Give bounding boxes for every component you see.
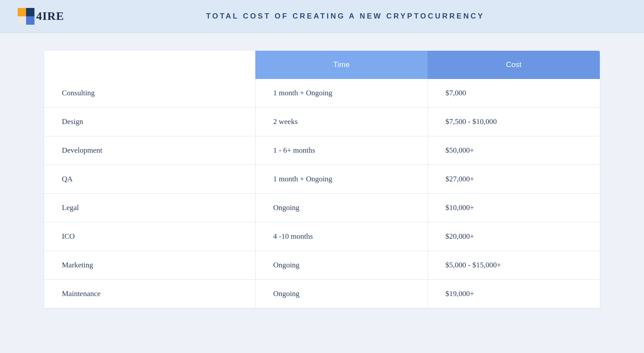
- cell-time: Ongoing: [255, 280, 428, 308]
- col-header-time: Time: [255, 51, 428, 79]
- logo: 4IRE: [18, 8, 64, 25]
- col-header-label: [44, 51, 255, 79]
- cell-time: Ongoing: [255, 194, 428, 222]
- cell-cost: $27,000+: [428, 165, 600, 194]
- cell-time: 1 month + Ongoing: [255, 79, 428, 108]
- page-header: 4IRE TOTAL COST OF CREATING A NEW CRYPTO…: [0, 0, 644, 33]
- table-row: Development1 - 6+ months$50,000+: [44, 136, 600, 165]
- table-row: MaintenanceOngoing$19,000+: [44, 280, 600, 308]
- cell-cost: $19,000+: [428, 280, 600, 308]
- cost-table: Time Cost Consulting1 month + Ongoing$7,…: [44, 51, 600, 308]
- cost-table-container: Time Cost Consulting1 month + Ongoing$7,…: [44, 51, 600, 308]
- main-content: Time Cost Consulting1 month + Ongoing$7,…: [0, 33, 644, 326]
- table-row: ICO4 -10 months$20,000+: [44, 222, 600, 251]
- cell-time: 2 weeks: [255, 108, 428, 136]
- cell-label: Development: [44, 136, 255, 165]
- cell-cost: $20,000+: [428, 222, 600, 251]
- logo-text: 4IRE: [36, 10, 64, 23]
- table-row: QA1 month + Ongoing$27,000+: [44, 165, 600, 194]
- svg-rect-1: [26, 8, 34, 16]
- cell-cost: $10,000+: [428, 194, 600, 222]
- table-header-row: Time Cost: [44, 51, 600, 79]
- svg-rect-2: [18, 16, 26, 25]
- table-row: LegalOngoing$10,000+: [44, 194, 600, 222]
- cell-time: 1 month + Ongoing: [255, 165, 428, 194]
- table-row: Consulting1 month + Ongoing$7,000: [44, 79, 600, 108]
- cell-time: 4 -10 months: [255, 222, 428, 251]
- cell-time: 1 - 6+ months: [255, 136, 428, 165]
- cell-cost: $7,500 - $10,000: [428, 108, 600, 136]
- cell-label: QA: [44, 165, 255, 194]
- logo-icon: [18, 8, 34, 25]
- cell-cost: $5,000 - $15,000+: [428, 251, 600, 280]
- cell-label: Maintenance: [44, 280, 255, 308]
- svg-rect-3: [26, 16, 34, 25]
- svg-rect-0: [18, 8, 26, 16]
- col-header-cost: Cost: [428, 51, 600, 79]
- cell-label: Design: [44, 108, 255, 136]
- cell-label: ICO: [44, 222, 255, 251]
- cell-cost: $7,000: [428, 79, 600, 108]
- cell-label: Marketing: [44, 251, 255, 280]
- cell-cost: $50,000+: [428, 136, 600, 165]
- cell-time: Ongoing: [255, 251, 428, 280]
- cell-label: Legal: [44, 194, 255, 222]
- cell-label: Consulting: [44, 79, 255, 108]
- table-row: MarketingOngoing$5,000 - $15,000+: [44, 251, 600, 280]
- table-row: Design2 weeks$7,500 - $10,000: [44, 108, 600, 136]
- page-title: TOTAL COST OF CREATING A NEW CRYPTOCURRE…: [64, 12, 626, 21]
